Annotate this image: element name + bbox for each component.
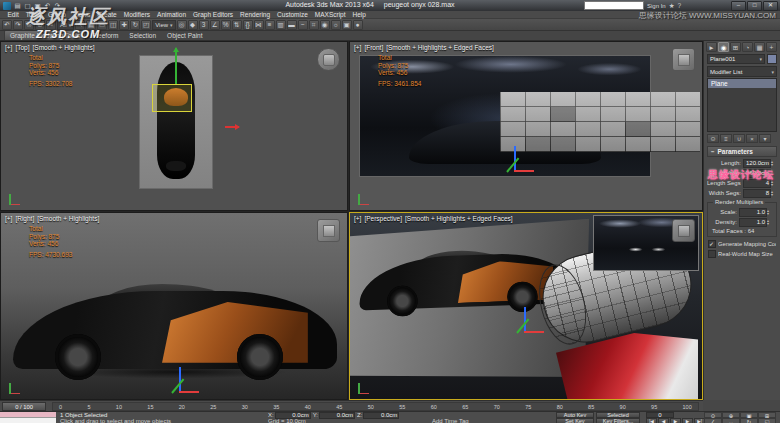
spinner-snap-icon[interactable]: ⇅ [232, 20, 242, 30]
menu-item[interactable]: Animation [154, 11, 190, 19]
listener-line[interactable] [0, 418, 56, 423]
modifier-stack-item[interactable]: Plane [708, 79, 776, 88]
select-object-icon[interactable]: ↖ [75, 20, 85, 30]
move-gizmo[interactable] [508, 144, 536, 174]
search-input[interactable] [584, 1, 644, 10]
viewport-pov-menu[interactable]: [Front] [364, 44, 383, 51]
modifier-stack[interactable]: Plane [707, 78, 777, 132]
utilities-tab-icon[interactable]: + [766, 42, 777, 52]
previous-frame-button[interactable]: ◀ [658, 418, 669, 423]
parameters-rollout-header[interactable]: − Parameters [707, 146, 777, 157]
checkbox[interactable] [708, 250, 716, 258]
material-editor-icon[interactable]: ◉ [320, 20, 330, 30]
show-end-result-icon[interactable]: ≡ [720, 134, 732, 143]
ribbon-tab[interactable]: Graphite Modeling Tools [4, 30, 86, 40]
menu-item[interactable]: Group [44, 11, 69, 19]
parameter-input[interactable]: 260.0cm [743, 169, 771, 178]
spinner[interactable]: ▴▾ [767, 219, 773, 226]
snaps-toggle-icon[interactable]: 3 [199, 20, 209, 30]
make-unique-icon[interactable]: ∪ [733, 134, 745, 143]
percent-snap-icon[interactable]: % [221, 20, 231, 30]
set-key-button[interactable]: Set Key [556, 418, 594, 423]
viewcube[interactable] [317, 219, 340, 242]
parameter-input[interactable]: 1.0 [739, 218, 767, 227]
undo-icon[interactable]: ↶ [2, 20, 12, 30]
menu-item[interactable]: Help [349, 11, 369, 19]
viewport-front[interactable]: [+] [Front] [Smooth + Highlights + Edged… [349, 41, 703, 211]
coordinate-input[interactable]: 0.0cm [319, 412, 355, 419]
viewcube[interactable] [317, 48, 340, 71]
auto-key-button[interactable]: Auto Key [556, 412, 594, 418]
viewport-shading-menu[interactable]: [Smooth + Highlights + Edged Faces] [386, 44, 494, 51]
time-slider[interactable]: 0 / 100 [2, 402, 46, 411]
reference-coordinate-system-dropdown[interactable]: View▾ [152, 20, 175, 30]
modifier-list-dropdown[interactable]: Modifier List ▾ [707, 66, 777, 77]
redo-icon[interactable]: ↷ [53, 1, 62, 10]
render-setup-icon[interactable]: ☼ [331, 20, 341, 30]
maximize-viewport-icon[interactable]: ◱ [758, 418, 776, 423]
viewport-general-menu[interactable]: [+] [354, 44, 361, 51]
help-icon[interactable]: ? [678, 2, 682, 9]
parameter-input[interactable]: 4 [743, 179, 771, 188]
curve-editor-icon[interactable]: ~ [298, 20, 308, 30]
viewport-pov-menu[interactable]: [Right] [15, 215, 34, 222]
parameter-input[interactable]: 8 [743, 189, 771, 198]
field-of-view-icon[interactable]: ∠ [704, 418, 722, 423]
open-file-icon[interactable]: ▢ [23, 1, 32, 10]
viewport-top[interactable]: [+] [Top] [Smooth + Highlights] Total Po… [0, 41, 348, 211]
viewcube[interactable] [672, 219, 695, 242]
selection-region-icon[interactable]: ▭ [97, 20, 107, 30]
menu-item[interactable]: Graph Editors [190, 11, 237, 19]
spinner[interactable]: ▴▾ [771, 180, 777, 187]
menu-item[interactable]: Tools [22, 11, 44, 19]
named-selection-sets-icon[interactable]: {} [243, 20, 253, 30]
go-to-start-button[interactable]: |◀ [646, 418, 657, 423]
select-by-name-icon[interactable]: ▤ [86, 20, 96, 30]
minimize-button[interactable]: – [731, 1, 746, 11]
current-frame-field[interactable]: 0 [646, 412, 674, 418]
close-button[interactable]: ✕ [763, 1, 778, 11]
move-gizmo[interactable] [518, 305, 546, 335]
display-tab-icon[interactable]: ▦ [754, 42, 765, 52]
rendered-frame-icon[interactable]: ▣ [342, 20, 352, 30]
plane-object[interactable] [500, 92, 700, 152]
key-filters-button[interactable]: Key Filters... [596, 418, 640, 423]
viewport-perspective[interactable]: [+] [Perspective] [Smooth + Highlights +… [349, 212, 703, 400]
unlink-selection-icon[interactable]: ⊘ [35, 20, 45, 30]
layer-manager-icon[interactable]: ▥ [276, 20, 286, 30]
maxscript-mini-listener[interactable] [0, 412, 56, 423]
reference-image-plane[interactable] [140, 56, 212, 188]
track-bar[interactable]: 0510152025303540455055606570758085909510… [52, 402, 699, 411]
render-production-icon[interactable]: ● [353, 20, 363, 30]
move-gizmo[interactable] [173, 365, 201, 395]
viewport-shading-menu[interactable]: [Smooth + Highlights + Edged Faces] [405, 215, 513, 222]
menu-item[interactable]: Views [69, 11, 93, 19]
gizmo-y-axis[interactable] [175, 48, 177, 84]
object-color-swatch[interactable] [767, 54, 777, 64]
viewport-right[interactable]: [+] [Right] [Smooth + Highlights] Total … [0, 212, 348, 400]
select-and-scale-icon[interactable]: ◰ [141, 20, 151, 30]
object-name-field[interactable]: Plane001 ▾ [707, 54, 765, 64]
motion-tab-icon[interactable]: ◔ [742, 42, 753, 52]
checkbox-row[interactable]: Generate Mapping Coords. [704, 239, 780, 249]
bind-to-space-warp-icon[interactable]: ≈ [46, 20, 56, 30]
menu-item[interactable]: Create [94, 11, 121, 19]
schematic-view-icon[interactable]: ⌗ [309, 20, 319, 30]
viewport-shading-menu[interactable]: [Smooth + Highlights] [37, 215, 99, 222]
viewport-general-menu[interactable]: [+] [5, 215, 12, 222]
add-time-tag[interactable]: Add Time Tag [432, 418, 469, 423]
pan-icon[interactable]: ↔ [722, 418, 740, 423]
play-button[interactable]: ▶ [670, 418, 681, 423]
select-and-rotate-icon[interactable]: ↻ [130, 20, 140, 30]
ribbon-tab[interactable]: Freeform [87, 31, 123, 40]
select-and-manipulate-icon[interactable]: ◆ [188, 20, 198, 30]
save-file-icon[interactable]: ▣ [33, 1, 42, 10]
select-and-link-icon[interactable]: ∞ [24, 20, 34, 30]
spinner[interactable]: ▴▾ [767, 209, 773, 216]
app-icon[interactable] [3, 2, 11, 10]
sign-in-link[interactable]: Sign In [647, 3, 666, 9]
spinner[interactable]: ▴▾ [771, 190, 777, 197]
create-tab-icon[interactable]: ► [706, 42, 717, 52]
viewport-pov-menu[interactable]: [Top] [15, 44, 29, 51]
favorites-star-icon[interactable]: ★ [669, 2, 675, 10]
